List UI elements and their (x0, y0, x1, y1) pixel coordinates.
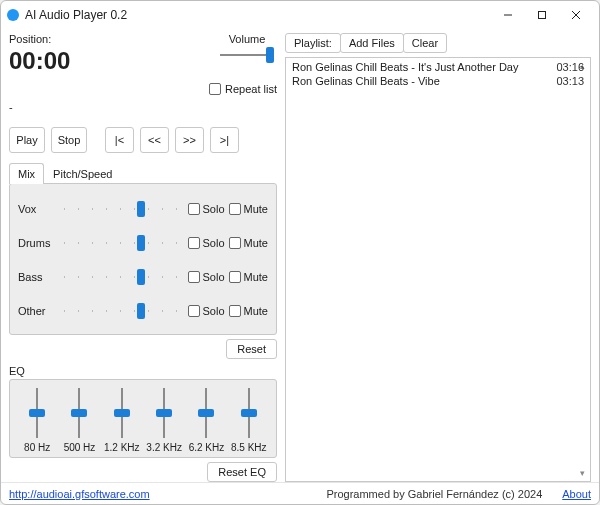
eq-band-thumb[interactable] (241, 409, 257, 417)
playlist-item[interactable]: Ron Gelinas Chill Beats - Vibe03:13 (290, 74, 586, 88)
credit-text: Programmed by Gabriel Fernández (c) 2024 (326, 488, 542, 500)
solo-checkbox[interactable] (188, 203, 200, 215)
close-button[interactable] (559, 4, 593, 26)
solo-checkbox[interactable] (188, 237, 200, 249)
stop-button[interactable]: Stop (51, 127, 87, 153)
eq-band: 8.5 KHz (231, 388, 267, 453)
eq-band-thumb[interactable] (198, 409, 214, 417)
eq-band-slider[interactable] (241, 388, 257, 438)
scroll-down-icon[interactable]: ▾ (576, 467, 588, 479)
playlist-item[interactable]: Ron Gelinas Chill Beats - It's Just Anot… (290, 60, 586, 74)
titlebar: AI Audio Player 0.2 (1, 1, 599, 29)
playlist-item-title: Ron Gelinas Chill Beats - It's Just Anot… (292, 61, 518, 73)
mute-label: Mute (244, 305, 268, 317)
playlist-item-duration: 03:16 (556, 61, 584, 73)
next-button[interactable]: >> (175, 127, 204, 153)
mix-track-slider[interactable] (64, 201, 178, 217)
about-link[interactable]: About (562, 488, 591, 500)
mix-track-row: VoxSoloMute (18, 192, 268, 226)
mix-track-slider[interactable] (64, 303, 178, 319)
eq-band-thumb[interactable] (71, 409, 87, 417)
mix-track-row: BassSoloMute (18, 260, 268, 294)
mix-track-name: Drums (18, 237, 58, 249)
repeat-label: Repeat list (225, 83, 277, 95)
eq-band-label: 3.2 KHz (146, 442, 182, 453)
eq-band: 80 Hz (19, 388, 55, 453)
playlist-items[interactable]: Ron Gelinas Chill Beats - It's Just Anot… (286, 58, 590, 481)
mix-panel: VoxSoloMuteDrumsSoloMuteBassSoloMuteOthe… (9, 183, 277, 335)
eq-band-slider[interactable] (29, 388, 45, 438)
mute-checkbox[interactable] (229, 305, 241, 317)
play-button[interactable]: Play (9, 127, 45, 153)
content-area: Position: 00:00 Volume Repeat list - (1, 29, 599, 482)
right-panel: Playlist: Add Files Clear ▴ Ron Gelinas … (285, 33, 591, 482)
playlist-tab[interactable]: Playlist: (285, 33, 341, 53)
mix-track-row: OtherSoloMute (18, 294, 268, 328)
playlist-box: ▴ Ron Gelinas Chill Beats - It's Just An… (285, 57, 591, 482)
mix-track-thumb[interactable] (137, 201, 145, 217)
website-link[interactable]: http://audioai.gfsoftware.com (9, 488, 150, 500)
mix-track-thumb[interactable] (137, 303, 145, 319)
eq-band-slider[interactable] (198, 388, 214, 438)
eq-band-label: 6.2 KHz (189, 442, 225, 453)
mute-label: Mute (244, 237, 268, 249)
tab-pitch-speed[interactable]: Pitch/Speed (44, 163, 121, 184)
volume-slider[interactable] (220, 47, 274, 63)
clear-button[interactable]: Clear (403, 33, 447, 53)
maximize-button[interactable] (525, 4, 559, 26)
position-time: 00:00 (9, 47, 217, 75)
mix-track-slider[interactable] (64, 269, 178, 285)
first-button[interactable]: |< (105, 127, 134, 153)
eq-band-slider[interactable] (114, 388, 130, 438)
eq-band: 6.2 KHz (188, 388, 224, 453)
mix-track-name: Vox (18, 203, 58, 215)
mix-track-thumb[interactable] (137, 235, 145, 251)
app-window: AI Audio Player 0.2 Position: 00:00 Volu… (0, 0, 600, 505)
eq-band-thumb[interactable] (114, 409, 130, 417)
playlist-item-title: Ron Gelinas Chill Beats - Vibe (292, 75, 440, 87)
add-files-button[interactable]: Add Files (340, 33, 404, 53)
left-panel: Position: 00:00 Volume Repeat list - (9, 33, 277, 482)
solo-label: Solo (203, 203, 225, 215)
app-icon (7, 9, 19, 21)
eq-band-label: 8.5 KHz (231, 442, 267, 453)
track-status: - (9, 101, 277, 113)
eq-band: 500 Hz (61, 388, 97, 453)
eq-reset-button[interactable]: Reset EQ (207, 462, 277, 482)
eq-band-thumb[interactable] (156, 409, 172, 417)
eq-band-label: 1.2 KHz (104, 442, 140, 453)
eq-band: 3.2 KHz (146, 388, 182, 453)
eq-band-label: 500 Hz (64, 442, 96, 453)
mix-tabs: Mix Pitch/Speed (9, 163, 277, 184)
minimize-button[interactable] (491, 4, 525, 26)
mix-track-thumb[interactable] (137, 269, 145, 285)
repeat-checkbox[interactable] (209, 83, 221, 95)
volume-thumb[interactable] (266, 47, 274, 63)
mix-track-row: DrumsSoloMute (18, 226, 268, 260)
playlist-tabs: Playlist: Add Files Clear (285, 33, 591, 53)
solo-checkbox[interactable] (188, 305, 200, 317)
volume-label: Volume (229, 33, 266, 45)
mute-checkbox[interactable] (229, 203, 241, 215)
window-controls (491, 4, 593, 26)
position-label: Position: (9, 33, 217, 45)
eq-band-label: 80 Hz (24, 442, 50, 453)
tab-mix[interactable]: Mix (9, 163, 44, 184)
mix-track-name: Other (18, 305, 58, 317)
last-button[interactable]: >| (210, 127, 239, 153)
eq-panel: 80 Hz500 Hz1.2 KHz3.2 KHz6.2 KHz8.5 KHz (9, 379, 277, 458)
mix-track-name: Bass (18, 271, 58, 283)
mute-checkbox[interactable] (229, 237, 241, 249)
prev-button[interactable]: << (140, 127, 169, 153)
mix-reset-button[interactable]: Reset (226, 339, 277, 359)
solo-label: Solo (203, 305, 225, 317)
mix-track-slider[interactable] (64, 235, 178, 251)
playlist-item-duration: 03:13 (556, 75, 584, 87)
eq-band-slider[interactable] (156, 388, 172, 438)
solo-label: Solo (203, 271, 225, 283)
eq-band-thumb[interactable] (29, 409, 45, 417)
eq-band-slider[interactable] (71, 388, 87, 438)
mute-checkbox[interactable] (229, 271, 241, 283)
mute-label: Mute (244, 203, 268, 215)
solo-checkbox[interactable] (188, 271, 200, 283)
